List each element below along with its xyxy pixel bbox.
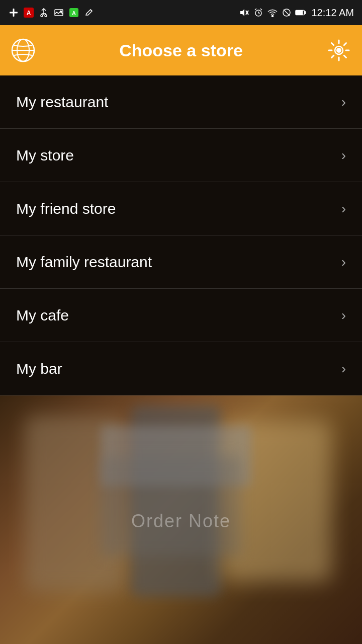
status-icons-right: 12:12 AM — [239, 7, 354, 19]
chevron-right-icon: › — [341, 94, 346, 110]
usb-icon — [38, 7, 49, 18]
order-note-watermark: Order Note — [131, 511, 231, 532]
aliexpress-icon: A — [23, 7, 34, 18]
block-icon — [281, 7, 292, 18]
svg-rect-27 — [296, 11, 303, 14]
store-item-restaurant[interactable]: My restaurant › — [0, 75, 362, 129]
store-item-cafe[interactable]: My cafe › — [0, 289, 362, 342]
svg-point-23 — [272, 16, 274, 17]
settings-icon[interactable] — [326, 37, 352, 63]
store-item-label: My restaurant — [16, 94, 108, 111]
store-item-label: My cafe — [16, 307, 69, 324]
edit-icon — [83, 7, 95, 18]
chevron-right-icon: › — [341, 201, 346, 217]
chevron-right-icon: › — [341, 254, 346, 270]
svg-line-14 — [90, 10, 92, 11]
chevron-right-icon: › — [341, 147, 346, 164]
svg-rect-1 — [10, 12, 18, 14]
svg-point-6 — [45, 15, 47, 17]
store-item-label: My store — [16, 147, 74, 164]
background-image: Order Note — [0, 395, 362, 644]
mute-icon — [239, 7, 250, 18]
add-icon — [8, 7, 19, 18]
status-icons-left: A A — [8, 7, 95, 18]
store-item-friend-store[interactable]: My friend store › — [0, 182, 362, 235]
store-item-label: My family restaurant — [16, 254, 152, 271]
svg-point-11 — [60, 11, 62, 13]
chevron-right-icon: › — [341, 361, 346, 377]
status-bar: A A — [0, 0, 362, 25]
page-title: Choose a store — [36, 41, 326, 60]
gallery-icon — [53, 7, 64, 18]
svg-text:A: A — [27, 10, 31, 17]
svg-line-22 — [260, 9, 262, 10]
chevron-right-icon: › — [341, 307, 346, 324]
store-item-label: My bar — [16, 360, 62, 377]
globe-icon[interactable] — [10, 37, 36, 63]
svg-marker-15 — [240, 9, 244, 16]
svg-line-25 — [284, 10, 290, 16]
app-bar: Choose a store — [0, 25, 362, 75]
svg-point-5 — [41, 15, 43, 17]
battery-icon — [295, 7, 306, 18]
svg-point-36 — [336, 48, 341, 53]
alarm-icon — [253, 7, 264, 18]
store-item-store[interactable]: My store › — [0, 129, 362, 182]
android-icon: A — [68, 7, 79, 18]
time-display: 12:12 AM — [311, 7, 354, 19]
store-item-family-restaurant[interactable]: My family restaurant › — [0, 235, 362, 289]
store-item-label: My friend store — [16, 200, 116, 217]
store-list: My restaurant › My store › My friend sto… — [0, 75, 362, 395]
svg-line-21 — [255, 9, 256, 10]
svg-text:A: A — [72, 10, 76, 16]
wifi-icon — [267, 7, 278, 18]
store-item-bar[interactable]: My bar › — [0, 342, 362, 395]
